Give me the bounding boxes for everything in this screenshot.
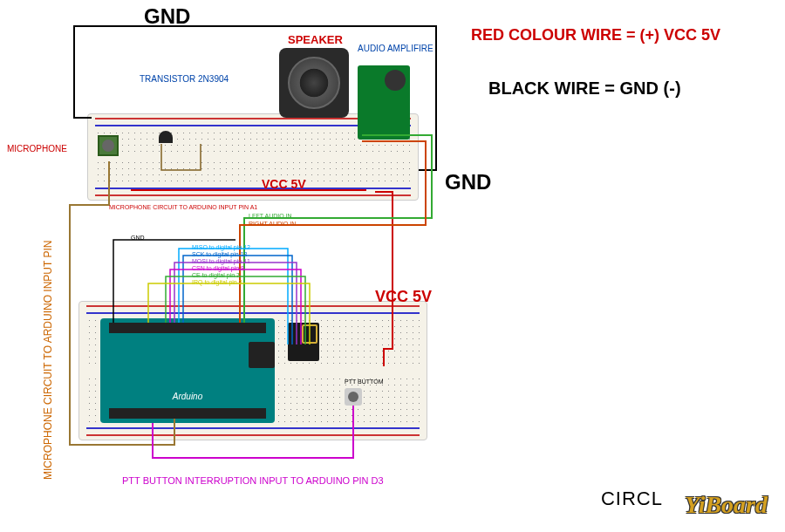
- right-audio-label: RIGHT AUDIO IN: [249, 221, 296, 227]
- speaker-label: SPEAKER: [288, 33, 343, 46]
- ptt-buttom-label: PTT BUTTOM: [345, 379, 383, 385]
- gnd-top-label: GND: [144, 4, 190, 29]
- nrf-module: [288, 323, 319, 361]
- speaker-cone-icon: [288, 57, 340, 109]
- transistor-label: TRANSISTOR 2N3904: [140, 74, 229, 84]
- yiboard-logo: YiBoard: [685, 491, 768, 519]
- ptt-button: [345, 388, 362, 406]
- gnd-small-label: GND: [131, 235, 145, 241]
- arduino-board: Arduino: [100, 318, 275, 423]
- mic-circuit-vertical-label: MICROPHONE CIRCUIT TO ARDUINO INPUT PIN: [42, 201, 54, 480]
- ic-chip: [249, 342, 275, 368]
- circl-logo: CIRCL: [601, 488, 663, 510]
- arduino-label: Arduino: [173, 392, 202, 401]
- vcc5v-right-label: VCC 5V: [375, 288, 432, 306]
- transistor-2n3904: [159, 131, 173, 143]
- miso-label: MISO to digital pin 12: [192, 244, 250, 250]
- gnd-right-label: GND: [445, 170, 491, 194]
- csn-label: CSN to digital pin 8: [192, 265, 244, 271]
- ptt-note-label: PTT BUTTON INTERRUPTION INPUT TO ARDUINO…: [122, 475, 384, 486]
- legend-red-wire: RED COLOUR WIRE = (+) VCC 5V: [471, 26, 720, 44]
- mic-circuit-note: MICROPHONE CIRCUIT TO ARDUINO INPUT PIN …: [109, 204, 257, 210]
- audio-amp-label: AUDIO AMPLIFIRE: [358, 44, 433, 53]
- potentiometer-icon: [385, 70, 406, 91]
- microphone: [98, 135, 119, 156]
- ce-label: CE to digital pin 7: [192, 272, 240, 278]
- microphone-label: MICROPHONE: [7, 144, 67, 153]
- speaker: [279, 48, 349, 118]
- mosi-label: MOSI to digital pin 11: [192, 258, 250, 264]
- vcc5v-breadboard-label: VCC 5V: [262, 177, 306, 191]
- left-audio-label: LEFT AUDIO IN: [249, 213, 292, 219]
- irq-label: IRQ to digital pin 2: [192, 279, 242, 285]
- audio-amplifier-board: [358, 65, 410, 140]
- sck-label: SCK to digital pin 13: [192, 251, 247, 257]
- legend-black-wire: BLACK WIRE = GND (-): [488, 78, 681, 99]
